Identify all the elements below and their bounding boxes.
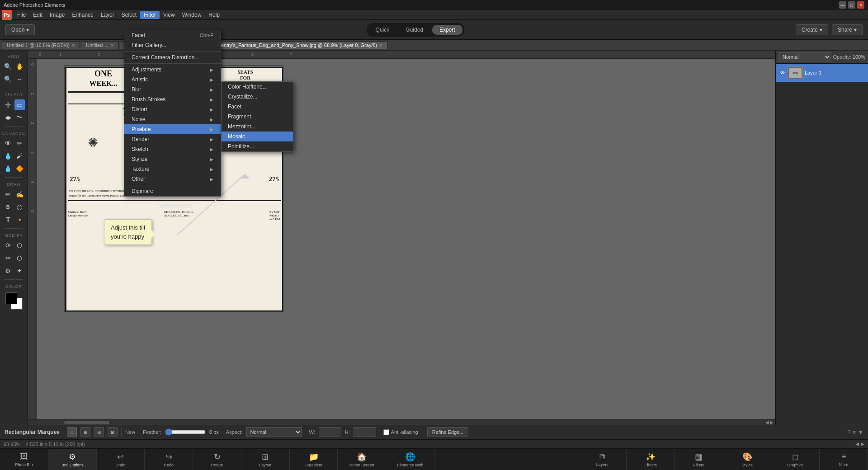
tab-home-screen[interactable]: 🏠 Home Screen xyxy=(338,449,386,470)
sub-color-halftone[interactable]: Color Halftone... xyxy=(222,82,293,92)
options-icon[interactable]: ≡ xyxy=(853,429,856,436)
sub-pointilize[interactable]: Pointilize... xyxy=(222,141,293,151)
share-button[interactable]: Share ▾ xyxy=(832,24,863,35)
doc-tab-2[interactable]: Untitled-... ✕ xyxy=(81,41,119,49)
close-button[interactable]: ✕ xyxy=(857,1,864,9)
layer-visibility-icon[interactable]: 👁 xyxy=(779,70,786,76)
tab-rotate[interactable]: ↻ Rotate xyxy=(193,449,241,470)
tab-elements-web[interactable]: 🌐 Elements Web xyxy=(386,449,434,470)
tab-redo[interactable]: ↪ Redo xyxy=(145,449,193,470)
filter-distort[interactable]: Distort ▶ xyxy=(124,104,221,114)
sub-crystallize[interactable]: Crystallize... xyxy=(222,92,293,102)
anti-aliasing-checkbox[interactable] xyxy=(383,429,389,435)
hand-tool[interactable]: ✋ xyxy=(14,61,25,72)
blur-tool[interactable]: 💧 xyxy=(3,150,14,161)
width-input[interactable] xyxy=(319,427,341,437)
sponge-tool[interactable]: 🖌 xyxy=(14,150,25,161)
liquify-tool[interactable]: ✦ xyxy=(14,265,25,276)
layer-item-0[interactable]: 👁 img Layer 0 xyxy=(776,64,868,82)
filter-artistic[interactable]: Artistic ▶ xyxy=(124,75,221,85)
tab-filters[interactable]: ▦ Filters xyxy=(675,449,723,470)
blend-mode-select[interactable]: Normal xyxy=(778,52,831,61)
menu-view[interactable]: View xyxy=(160,11,179,19)
patch-tool[interactable]: ⬡ xyxy=(14,253,25,263)
tab-effects[interactable]: ✨ Effects xyxy=(627,449,675,470)
close-tab-2[interactable]: ✕ xyxy=(110,43,114,48)
maximize-button[interactable]: □ xyxy=(848,1,855,9)
tab-more[interactable]: ≡ More xyxy=(820,449,868,470)
menu-help[interactable]: Help xyxy=(205,11,223,19)
eraser-tool[interactable]: ◯ xyxy=(14,202,25,212)
tab-graphics[interactable]: ◻ Graphics xyxy=(771,449,820,470)
healing-tool[interactable]: ✂ xyxy=(3,253,14,263)
sub-facet[interactable]: Facet xyxy=(222,102,293,112)
clone-tool[interactable]: ✍ xyxy=(14,189,25,200)
feather-slider[interactable] xyxy=(165,428,206,436)
transform-tool[interactable]: ⟳ xyxy=(3,240,14,251)
tab-quick[interactable]: Quick xyxy=(368,25,397,35)
height-input[interactable] xyxy=(354,427,376,437)
scroll-right-btn[interactable]: ▶ xyxy=(770,420,774,425)
refine-edge-button[interactable]: Refine Edge... xyxy=(427,427,469,437)
aspect-select[interactable]: Normal Fixed Aspect Ratio Fixed Size xyxy=(246,427,302,437)
burn-tool[interactable]: 🔶 xyxy=(14,163,25,174)
tab-layers[interactable]: ⧉ Layers xyxy=(578,449,627,470)
tab-photo-bin[interactable]: 🖼 Photo Bin xyxy=(0,449,48,470)
zoom-tool[interactable]: 🔍 xyxy=(3,61,14,72)
filter-blur[interactable]: Blur ▶ xyxy=(124,85,221,94)
pencil-tool[interactable]: ✏ xyxy=(3,189,14,200)
dodge-tool[interactable]: 💧 xyxy=(3,163,14,174)
scroll-left-btn[interactable]: ◀ xyxy=(765,420,769,425)
menu-file[interactable]: File xyxy=(14,11,29,19)
menu-layer[interactable]: Layer xyxy=(97,11,118,19)
filter-pixelate[interactable]: Pixelate ▶ xyxy=(124,124,221,134)
tab-tool-options[interactable]: ⚙ Tool Options xyxy=(48,449,97,470)
text-tool[interactable]: T xyxy=(3,214,14,225)
magic-wand-tool[interactable]: 〜 xyxy=(14,112,25,123)
tab-guided[interactable]: Guided xyxy=(398,25,430,35)
tab-layout[interactable]: ⊞ Layout xyxy=(241,449,290,470)
eye-tool[interactable]: 👁 xyxy=(3,138,14,149)
filter-facet[interactable]: Facet Ctrl+F xyxy=(124,30,221,40)
tab-organizer[interactable]: 📁 Organizer xyxy=(290,449,338,470)
status-next[interactable]: ▶ xyxy=(861,441,864,447)
open-button[interactable]: Open ▾ xyxy=(5,24,35,35)
filter-noise[interactable]: Noise ▶ xyxy=(124,114,221,124)
collapse-icon[interactable]: ▼ xyxy=(858,429,863,436)
horizontal-scrollbar[interactable]: ◀ ▶ xyxy=(28,419,775,425)
menu-filter[interactable]: Filter xyxy=(140,11,160,19)
foreground-color[interactable] xyxy=(5,292,17,304)
recompose-tool[interactable]: ⚙ xyxy=(3,265,14,276)
tab-styles[interactable]: 🎨 Styles xyxy=(723,449,772,470)
minimize-button[interactable]: — xyxy=(839,1,846,9)
sub-fragment[interactable]: Fragment xyxy=(222,112,293,122)
filter-texture[interactable]: Texture ▶ xyxy=(124,164,221,174)
doc-tab-1[interactable]: Untitled-1 @ 16.8% (RGB/8) ✕ xyxy=(2,41,80,49)
shape-tool[interactable]: 🔸 xyxy=(14,214,25,225)
filter-brush-strokes[interactable]: Brush Strokes ▶ xyxy=(124,94,221,104)
filter-other[interactable]: Other ▶ xyxy=(124,174,221,184)
color-boxes[interactable] xyxy=(5,292,23,310)
marquee-tool[interactable]: ▭ xyxy=(14,99,25,110)
create-button[interactable]: Create ▾ xyxy=(796,24,828,35)
filter-gallery[interactable]: Filter Gallery... xyxy=(124,40,221,50)
scrollbar-thumb-h[interactable] xyxy=(64,421,109,424)
close-tab-1[interactable]: ✕ xyxy=(71,43,75,48)
filter-sketch[interactable]: Sketch ▶ xyxy=(124,144,221,154)
crop-tool[interactable]: ⬡ xyxy=(14,240,25,251)
move-tool[interactable]: ✛ xyxy=(3,99,14,110)
help-icon[interactable]: ? xyxy=(847,429,850,436)
menu-enhance[interactable]: Enhance xyxy=(68,11,97,19)
status-prev[interactable]: ◀ xyxy=(855,441,859,447)
filter-render[interactable]: Render ▶ xyxy=(124,134,221,144)
filter-stylize[interactable]: Stylize ▶ xyxy=(124,154,221,164)
filter-digimarc[interactable]: Digimarc xyxy=(124,186,221,196)
brush-tool[interactable]: ✏ xyxy=(14,138,25,149)
doc-tab-4[interactable]: Prof._Gentry's_Famous_Dog_and_Pony_Show.… xyxy=(199,41,387,49)
marquee-mode-add[interactable]: ⊞ xyxy=(80,427,90,437)
filter-camera-distortion[interactable]: Correct Camera Distortion... xyxy=(124,52,221,62)
menu-window[interactable]: Window xyxy=(179,11,205,19)
menu-image[interactable]: Image xyxy=(46,11,68,19)
close-tab-4[interactable]: ✕ xyxy=(379,43,382,48)
menu-edit[interactable]: Edit xyxy=(29,11,46,19)
